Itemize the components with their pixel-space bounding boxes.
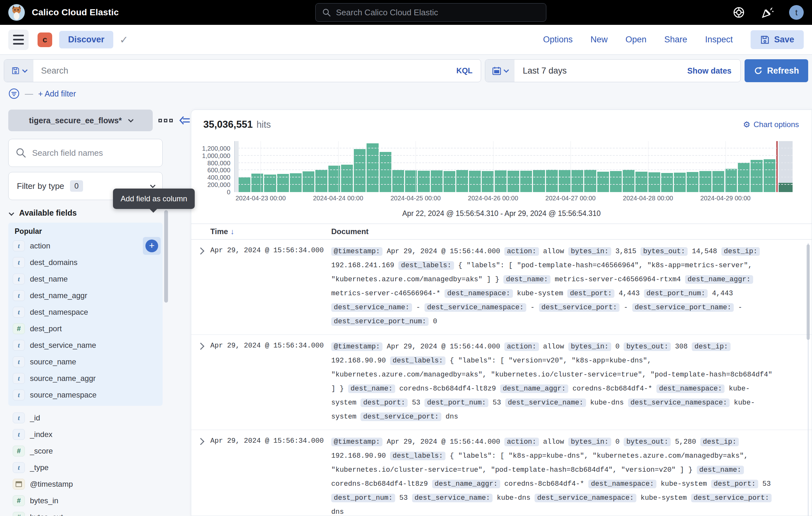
field-item-action[interactable]: taction+: [8, 238, 163, 254]
field-name: source_namespace: [30, 390, 96, 400]
chart-plot-area[interactable]: [234, 141, 792, 192]
chevron-down-icon: [150, 183, 155, 188]
hamburger-menu-button[interactable]: [8, 30, 29, 50]
histogram-bar: [380, 152, 392, 192]
index-pattern-selector[interactable]: tigera_secure_ee_flows*: [8, 110, 153, 131]
table-row: Apr 29, 2024 @ 15:56:34.000@timestamp: A…: [191, 335, 812, 430]
text-field-icon: t: [13, 274, 25, 284]
text-field-icon: t: [13, 340, 25, 351]
whats-new-party-popper-icon[interactable]: [760, 5, 775, 20]
histogram-bar: [546, 170, 558, 192]
y-axis-labels: 1,200,0001,000,000800,000600,000400,0002…: [201, 141, 234, 192]
doc-field-key: dest_service_namespace:: [628, 399, 730, 407]
field-item-_index[interactable]: t_index: [8, 426, 191, 443]
field-item-_score[interactable]: #_score: [8, 443, 191, 459]
histogram-bar: [597, 172, 609, 192]
field-item-source_name_aggr[interactable]: tsource_name_aggr: [8, 370, 163, 387]
field-item-source_name[interactable]: tsource_name: [8, 354, 163, 370]
options-link[interactable]: Options: [543, 35, 573, 45]
field-item-bytes_out[interactable]: #bytes_out: [8, 509, 191, 516]
field-search-input[interactable]: Search field names: [8, 139, 163, 167]
doc-field-key: dest_namespace:: [444, 289, 513, 298]
calico-logo[interactable]: [8, 4, 25, 21]
field-item-dest_name[interactable]: tdest_name: [8, 271, 163, 287]
show-dates-button[interactable]: Show dates: [687, 66, 741, 76]
histogram-bar: [341, 165, 353, 192]
day-gridline: [725, 141, 726, 192]
refresh-button[interactable]: Refresh: [745, 59, 808, 82]
sidebar-scrollbar[interactable]: [164, 210, 168, 303]
global-search-input[interactable]: Search Calico Cloud Elastic: [315, 3, 546, 22]
inspect-link[interactable]: Inspect: [705, 35, 733, 45]
time-column-header[interactable]: Time↓: [210, 227, 331, 236]
doc-field-key: bytes_out:: [624, 343, 671, 351]
user-avatar[interactable]: t: [789, 5, 804, 20]
save-button[interactable]: Save: [751, 30, 804, 49]
chevron-down-icon: [504, 67, 509, 73]
text-field-icon: t: [13, 429, 25, 440]
hits-label: hits: [257, 119, 271, 130]
day-gridline: [415, 141, 416, 192]
field-item-@timestamp[interactable]: @timestamp: [8, 476, 191, 492]
histogram-chart: 1,200,0001,000,000800,000600,000400,0002…: [191, 132, 812, 192]
number-field-icon: #: [13, 512, 25, 516]
table-scrollbar-thumb[interactable]: [807, 244, 810, 340]
kql-search-input[interactable]: Search: [33, 66, 456, 76]
field-name: dest_service_name: [30, 341, 96, 350]
field-name: _id: [30, 413, 40, 423]
number-field-icon: #: [13, 445, 25, 457]
field-item-_id[interactable]: t_id: [8, 410, 191, 426]
breadcrumb-discover[interactable]: Discover: [59, 31, 113, 48]
row-timestamp: Apr 29, 2024 @ 15:56:34.000: [210, 435, 331, 516]
histogram-bar: [584, 170, 596, 192]
help-lifebuoy-icon[interactable]: [732, 5, 746, 20]
field-item-source_namespace[interactable]: tsource_namespace: [8, 387, 163, 403]
new-link[interactable]: New: [590, 35, 608, 45]
histogram-bar: [431, 170, 443, 192]
calendar-menu-button[interactable]: [485, 59, 515, 82]
chart-options-button[interactable]: ⚙ Chart options: [743, 120, 799, 130]
field-statistics-icon[interactable]: [158, 119, 173, 122]
y-gridline: [235, 148, 792, 148]
filter-icon[interactable]: [8, 88, 20, 99]
open-link[interactable]: Open: [626, 35, 646, 45]
add-filter-button[interactable]: + Add filter: [38, 89, 76, 99]
expand-row-chevron-icon[interactable]: [197, 247, 205, 255]
share-link[interactable]: Share: [664, 35, 687, 45]
field-item-dest_namespace[interactable]: tdest_namespace: [8, 304, 163, 320]
field-item-dest_domains[interactable]: tdest_domains: [8, 254, 163, 271]
doc-field-key: dest_service_port:: [691, 494, 772, 502]
query-language-button[interactable]: KQL: [456, 66, 481, 75]
field-item-dest_name_aggr[interactable]: tdest_name_aggr: [8, 287, 163, 304]
discover-content: tigera_secure_ee_flows* Search field nam…: [0, 105, 812, 516]
histogram-bar: [495, 170, 506, 192]
saved-query-menu-button[interactable]: [4, 59, 33, 82]
doc-field-key: dest_service_name:: [412, 494, 493, 502]
add-field-as-column-button[interactable]: +: [143, 237, 161, 255]
field-item-dest_service_name[interactable]: tdest_service_name: [8, 337, 163, 354]
time-range-value[interactable]: Last 7 days: [515, 66, 567, 76]
number-field-icon: #: [13, 323, 25, 334]
x-axis-tick-label: 2024-04-23 00:00: [235, 195, 286, 202]
available-fields-header[interactable]: Available fields: [8, 208, 191, 218]
field-item-dest_port[interactable]: #dest_port: [8, 320, 163, 337]
histogram-bar: [572, 170, 583, 192]
field-item-_type[interactable]: t_type: [8, 459, 191, 476]
expand-row-chevron-icon[interactable]: [197, 343, 205, 350]
global-header: Calico Cloud Elastic Search Calico Cloud…: [0, 0, 812, 25]
collapse-sidebar-icon[interactable]: [178, 115, 191, 126]
histogram-bar: [559, 170, 571, 192]
y-gridline: [235, 177, 792, 178]
field-item-bytes_in[interactable]: #bytes_in: [8, 492, 191, 509]
text-field-icon: t: [13, 356, 25, 367]
app-navbar: c Discover ✓ Options New Open Share Insp…: [0, 25, 812, 55]
field-name: dest_name: [30, 275, 68, 283]
expand-row-chevron-icon[interactable]: [197, 438, 205, 445]
doc-field-key: dest_service_name:: [505, 399, 586, 407]
histogram-bar: [302, 171, 314, 192]
space-badge[interactable]: c: [37, 32, 52, 47]
sort-desc-icon: ↓: [231, 227, 234, 236]
histogram-bar: [687, 172, 698, 192]
doc-field-key: dest_service_port_name:: [632, 303, 734, 312]
doc-field-key: dest_name:: [503, 275, 550, 284]
